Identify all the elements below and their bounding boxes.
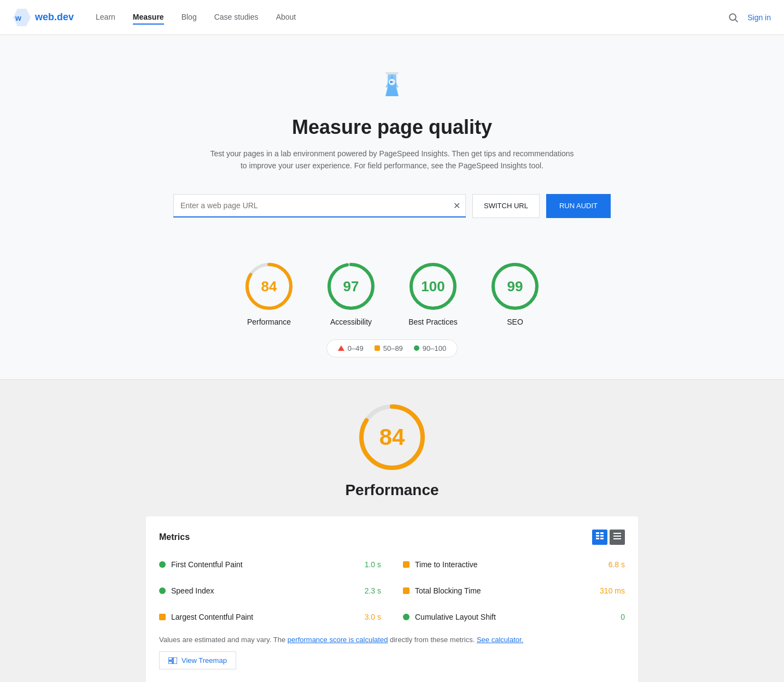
nav-item-learn[interactable]: Learn (96, 10, 115, 25)
run-audit-button[interactable]: RUN AUDIT (546, 194, 611, 218)
metrics-grid: First Contentful Paint 1.0 s Time to Int… (159, 556, 625, 626)
legend-fail-range: 0–49 (348, 344, 364, 352)
grid-view-button[interactable] (592, 530, 607, 545)
svg-rect-20 (600, 535, 604, 537)
logo[interactable]: w web.dev (13, 9, 74, 26)
page-title: Measure page quality (13, 116, 771, 139)
svg-rect-26 (168, 657, 172, 660)
treemap-icon (168, 657, 177, 664)
metric-left-tti: Time to Interactive (403, 560, 478, 569)
score-label-seo: SEO (507, 318, 523, 326)
score-ring-performance: 84 (244, 262, 294, 311)
metric-left-lcp: Largest Contentful Paint (159, 613, 253, 621)
performance-score-center: 84 Performance (146, 402, 638, 499)
list-view-button[interactable] (610, 530, 625, 545)
svg-rect-24 (613, 536, 621, 537)
sign-in-button[interactable]: Sign in (747, 13, 771, 22)
metric-name-lcp: Largest Contentful Paint (171, 613, 253, 621)
legend-pass: 90–100 (414, 344, 446, 352)
perf-score-link[interactable]: performance score is calculated (288, 636, 388, 644)
score-ring-seo: 99 (490, 262, 540, 311)
metrics-note-text: Values are estimated and may vary. The (159, 636, 288, 644)
svg-rect-18 (600, 532, 604, 534)
score-value-seo: 99 (507, 278, 523, 295)
metric-left-cls: Cumulative Layout Shift (403, 613, 496, 621)
navigation: w web.dev Learn Measure Blog Case studie… (0, 0, 784, 35)
metric-name-tbt: Total Blocking Time (415, 586, 481, 595)
score-seo: 99 SEO (490, 262, 540, 326)
metric-value-lcp: 3.0 s (365, 613, 381, 621)
scores-section: 84 Performance 97 Accessibility 100 Best… (0, 240, 784, 380)
square-icon (375, 345, 380, 351)
score-value-performance: 84 (261, 278, 277, 295)
nav-item-about[interactable]: About (276, 10, 296, 25)
logo-icon: w (13, 9, 31, 26)
metric-row-lcp: Largest Contentful Paint 3.0 s (159, 608, 381, 626)
search-icon (728, 12, 739, 23)
nav-item-measure[interactable]: Measure (133, 10, 164, 25)
svg-line-3 (735, 19, 738, 22)
svg-rect-27 (168, 661, 172, 664)
metric-left-fcp: First Contentful Paint (159, 560, 243, 569)
metric-row-si: Speed Index 2.3 s (159, 582, 381, 599)
search-button[interactable] (728, 12, 739, 23)
score-performance: 84 Performance (244, 262, 294, 326)
metric-indicator-lcp (159, 614, 166, 620)
metric-value-cls: 0 (621, 613, 625, 621)
svg-rect-17 (596, 532, 599, 534)
nav-right: Sign in (728, 12, 771, 23)
metric-indicator-tbt (403, 587, 409, 594)
view-treemap-label: View Treemap (182, 656, 227, 665)
url-input-wrapper: ✕ (173, 194, 466, 217)
performance-ring: 84 (356, 402, 428, 473)
metrics-title: Metrics (159, 532, 190, 542)
metric-indicator-si (159, 587, 166, 594)
metric-indicator-cls (403, 614, 409, 620)
legend-pass-range: 90–100 (423, 344, 446, 352)
metric-value-tbt: 310 ms (600, 586, 625, 595)
view-treemap-button[interactable]: View Treemap (159, 651, 236, 669)
metric-value-fcp: 1.0 s (365, 560, 381, 569)
hero-description: Test your pages in a lab environment pow… (206, 148, 578, 172)
metric-row-fcp: First Contentful Paint 1.0 s (159, 556, 381, 573)
metric-row-cls: Cumulative Layout Shift 0 (403, 608, 625, 626)
nav-links: Learn Measure Blog Case studies About (96, 10, 728, 25)
switch-url-button[interactable]: SWITCH URL (472, 194, 540, 218)
metric-row-tbt: Total Blocking Time 310 ms (403, 582, 625, 599)
nav-item-case-studies[interactable]: Case studies (214, 10, 259, 25)
metrics-note: Values are estimated and may vary. The p… (159, 634, 625, 645)
metric-left-tbt: Total Blocking Time (403, 586, 481, 595)
score-label-accessibility: Accessibility (330, 318, 372, 326)
performance-section: 84 Performance Metrics (0, 380, 784, 682)
metric-indicator-fcp (159, 561, 166, 568)
logo-text: web.dev (35, 11, 74, 23)
metrics-header: Metrics (159, 530, 625, 545)
score-value-best-practices: 100 (421, 278, 444, 295)
clear-input-button[interactable]: ✕ (453, 200, 460, 210)
score-legend: 0–49 50–89 90–100 (326, 339, 458, 357)
svg-rect-23 (613, 533, 621, 534)
svg-point-2 (730, 14, 736, 20)
score-best-practices: 100 Best Practices (408, 262, 458, 326)
score-label-performance: Performance (247, 318, 291, 326)
url-input[interactable] (173, 194, 466, 216)
metrics-section: Metrics (146, 516, 638, 682)
score-label-best-practices: Best Practices (408, 318, 457, 326)
metric-name-tti: Time to Interactive (415, 560, 478, 569)
metrics-note-middle: directly from these metrics. (388, 636, 477, 644)
svg-rect-4 (385, 72, 399, 74)
metric-value-tti: 6.8 s (609, 560, 625, 569)
list-icon (613, 532, 622, 540)
hero-section: Measure page quality Test your pages in … (0, 35, 784, 240)
svg-rect-21 (596, 538, 599, 539)
legend-fail: 0–49 (338, 344, 364, 352)
nav-item-blog[interactable]: Blog (182, 10, 197, 25)
performance-title: Performance (345, 481, 438, 499)
calculator-link[interactable]: See calculator. (477, 636, 523, 644)
score-ring-accessibility: 97 (326, 262, 376, 311)
score-value-accessibility: 97 (343, 278, 359, 295)
performance-score-number: 84 (379, 424, 405, 450)
url-form: ✕ SWITCH URL RUN AUDIT (173, 194, 611, 218)
metric-indicator-tti (403, 561, 409, 568)
svg-text:w: w (15, 14, 21, 22)
